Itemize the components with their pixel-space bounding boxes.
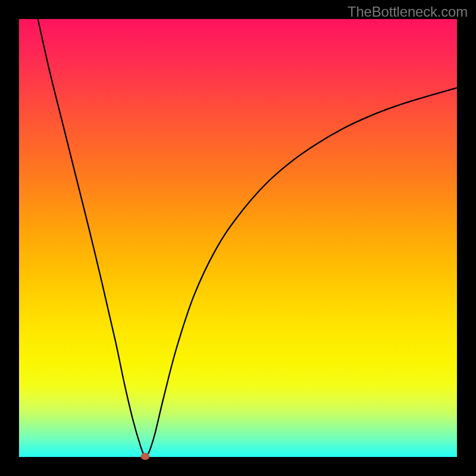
curve-svg (19, 19, 457, 457)
bottleneck-curve (38, 19, 457, 456)
plot-area (19, 19, 457, 457)
watermark-text: TheBottleneck.com (347, 4, 468, 20)
minimum-marker (140, 453, 149, 460)
chart-frame: TheBottleneck.com (0, 0, 476, 476)
